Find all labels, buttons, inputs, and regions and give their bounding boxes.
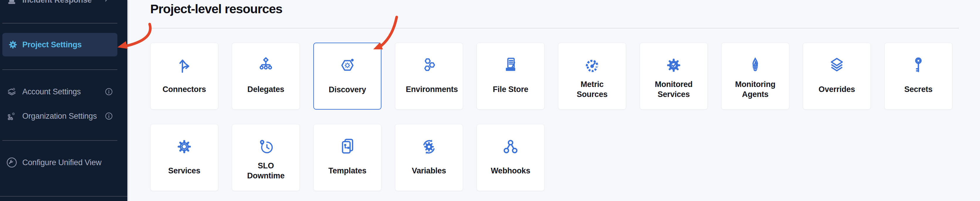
card-label: Monitored Services [651,79,697,99]
sidebar-divider [2,140,118,141]
card-label: Secrets [904,85,932,94]
sidebar-item-label: Incident Response [22,0,92,5]
environments-icon [420,56,438,75]
secrets-icon [909,56,928,75]
card-slo-downtime[interactable]: SLO Downtime [232,124,300,191]
card-label: Templates [328,166,366,176]
sidebar-item-account-settings[interactable]: Account Settings [0,82,127,101]
sidebar-item-configure-unified-view[interactable]: Configure Unified View [0,153,127,172]
card-label: Connectors [162,85,206,94]
templates-icon [338,137,357,156]
card-label: File Store [493,85,528,94]
card-label: Discovery [329,85,366,95]
card-variables[interactable]: Variables [395,124,463,191]
card-label: Services [168,166,200,176]
card-label: Variables [412,166,446,176]
card-services[interactable]: Services [150,124,218,191]
chevron-right-icon [102,0,111,3]
card-label: Delegates [247,85,284,94]
sidebar-divider [2,23,118,24]
card-environments[interactable]: Environments [395,43,463,110]
card-connectors[interactable]: Connectors [150,43,218,110]
variables-icon [420,137,438,156]
layers-gear-icon [6,86,18,97]
sidebar: Incident Response Project Settings Accou… [0,0,127,201]
sidebar-item-project-settings[interactable]: Project Settings [2,33,118,56]
sidebar-item-label: Organization Settings [22,112,97,121]
card-secrets[interactable]: Secrets [885,43,953,110]
card-overrides[interactable]: Overrides [803,43,871,110]
card-label: SLO Downtime [243,161,289,181]
file-store-icon [501,56,520,75]
wrench-circle-icon [6,156,18,168]
resource-cards-row-2: Services SLO Downtime Templates Variable… [150,124,544,191]
card-label: Metric Sources [569,79,615,99]
info-icon[interactable] [105,112,113,120]
card-label: Environments [406,85,452,94]
card-label: Monitoring Agents [732,79,778,99]
title-divider [150,28,959,29]
connectors-icon [175,56,194,75]
metric-sources-icon [583,56,601,75]
sidebar-item-label: Project Settings [22,40,81,49]
sidebar-divider [0,196,127,196]
resource-cards-row-1: Connectors Delegates Discovery Environme… [150,43,953,110]
info-icon[interactable] [105,87,113,96]
siren-icon [6,0,18,6]
delegates-icon [256,56,275,75]
card-label: Overrides [819,85,855,94]
orgchart-gear-icon [6,110,18,122]
services-icon [175,137,194,156]
main-content: Project-level resources Connectors Deleg… [127,0,980,201]
sidebar-item-organization-settings[interactable]: Organization Settings [0,107,127,126]
webhooks-icon [501,137,520,156]
monitored-services-icon [664,56,683,75]
card-delegates[interactable]: Delegates [232,43,300,110]
monitoring-agents-icon [746,56,765,75]
card-discovery[interactable]: Discovery [313,43,382,110]
gear-icon [7,39,19,51]
card-templates[interactable]: Templates [313,124,382,191]
slo-downtime-icon [256,137,275,156]
card-file-store[interactable]: File Store [477,43,544,110]
card-webhooks[interactable]: Webhooks [477,124,544,191]
sidebar-item-label: Configure Unified View [22,158,102,167]
discovery-icon [338,56,357,75]
page-title: Project-level resources [150,2,282,16]
card-label: Webhooks [491,166,530,176]
card-monitored-services[interactable]: Monitored Services [640,43,708,110]
card-monitoring-agents[interactable]: Monitoring Agents [721,43,789,110]
sidebar-item-incident-response[interactable]: Incident Response [0,0,127,8]
overrides-icon [827,56,846,75]
card-metric-sources[interactable]: Metric Sources [558,43,626,110]
sidebar-item-label: Account Settings [22,87,81,96]
sidebar-divider [2,69,118,70]
